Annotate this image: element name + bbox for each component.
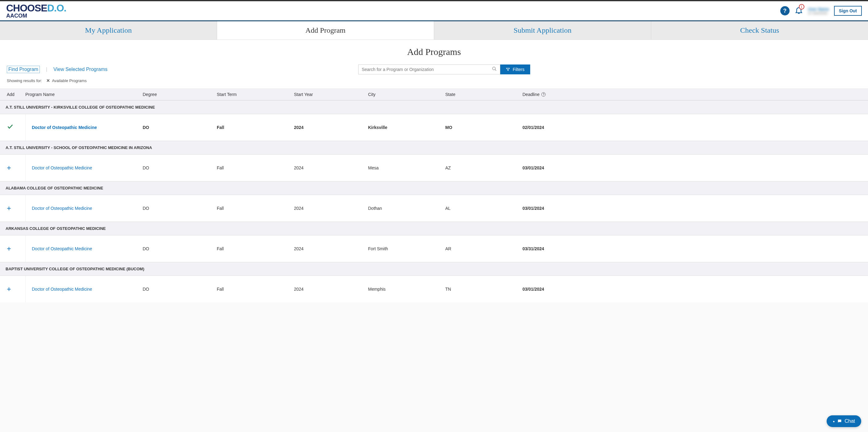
program-link[interactable]: Doctor of Osteopathic Medicine (32, 287, 92, 292)
cell-degree: DO (143, 165, 217, 170)
filter-icon (506, 67, 510, 72)
main-tabs: My Application Add Program Submit Applic… (0, 21, 868, 40)
cell-state: TN (445, 287, 523, 292)
logo[interactable]: CHOOSED.O. AACOM (6, 2, 66, 19)
user-id: ID 00000000 (808, 11, 829, 15)
cell-deadline: 02/01/2024 (523, 125, 861, 130)
program-link[interactable]: Doctor of Osteopathic Medicine (32, 125, 97, 130)
table-row: +Doctor of Osteopathic MedicineDOFall202… (0, 276, 868, 302)
program-link[interactable]: Doctor of Osteopathic Medicine (32, 165, 92, 170)
cell-city: Fort Smith (368, 246, 445, 251)
cell-term: Fall (217, 125, 294, 130)
cell-year: 2024 (294, 246, 368, 251)
cell-term: Fall (217, 287, 294, 292)
cell-city: Kirksville (368, 125, 445, 130)
table-header: Add Program Name Degree Start Term Start… (0, 89, 868, 100)
search-icon[interactable] (492, 66, 497, 72)
add-program-button[interactable]: + (7, 285, 11, 294)
col-year[interactable]: Start Year (294, 92, 368, 97)
table-row: Doctor of Osteopathic MedicineDOFall2024… (0, 114, 868, 141)
cell-degree: DO (143, 125, 217, 130)
add-program-button[interactable]: + (7, 204, 11, 212)
help-icon[interactable]: ? (541, 92, 546, 97)
notifications-icon[interactable]: 1 (795, 6, 803, 16)
cell-term: Fall (217, 165, 294, 170)
cell-deadline: 03/01/2024 (523, 287, 861, 292)
cell-state: AL (445, 206, 523, 211)
user-name: User Name (808, 7, 829, 11)
svg-point-0 (493, 67, 495, 70)
cell-degree: DO (143, 246, 217, 251)
cell-state: AZ (445, 165, 523, 170)
cell-deadline: 03/01/2024 (523, 206, 861, 211)
program-link[interactable]: Doctor of Osteopathic Medicine (32, 246, 92, 251)
col-add: Add (7, 92, 25, 97)
help-icon[interactable]: ? (780, 6, 789, 15)
page-title: Add Programs (0, 40, 868, 60)
col-name[interactable]: Program Name (25, 92, 143, 97)
table-row: +Doctor of Osteopathic MedicineDOFall202… (0, 195, 868, 222)
filters-label: Filters (513, 67, 524, 72)
cell-year: 2024 (294, 206, 368, 211)
logo-suffix: D.O. (47, 2, 66, 13)
tab-submit-application[interactable]: Submit Application (434, 21, 651, 39)
cell-term: Fall (217, 246, 294, 251)
cell-deadline: 03/01/2024 (523, 165, 861, 170)
tab-check-status[interactable]: Check Status (651, 21, 868, 39)
tab-my-application[interactable]: My Application (0, 21, 217, 39)
cell-city: Dothan (368, 206, 445, 211)
cell-state: MO (445, 125, 523, 130)
cell-city: Mesa (368, 165, 445, 170)
cell-city: Memphis (368, 287, 445, 292)
add-program-button[interactable]: + (7, 244, 11, 253)
chip-remove-icon[interactable]: ✕ (46, 78, 50, 83)
subtab-separator: | (46, 67, 47, 72)
results-label: Showing results for: (7, 78, 42, 83)
cell-degree: DO (143, 287, 217, 292)
signout-button[interactable]: Sign Out (834, 6, 862, 16)
group-header: BAPTIST UNIVERSITY COLLEGE OF OSTEOPATHI… (0, 262, 868, 276)
subtab-find-program[interactable]: Find Program (7, 66, 40, 73)
cell-state: AR (445, 246, 523, 251)
table-row: +Doctor of Osteopathic MedicineDOFall202… (0, 235, 868, 262)
subtab-view-selected[interactable]: View Selected Programs (54, 67, 107, 72)
group-header: ARKANSAS COLLEGE OF OSTEOPATHIC MEDICINE (0, 222, 868, 235)
col-term[interactable]: Start Term (217, 92, 294, 97)
col-city[interactable]: City (368, 92, 445, 97)
programs-table: Add Program Name Degree Start Term Start… (0, 89, 868, 302)
col-state[interactable]: State (445, 92, 523, 97)
results-hint: Showing results for: ✕ Available Program… (0, 76, 868, 89)
user-info[interactable]: User Name ID 00000000 (808, 7, 829, 15)
cell-term: Fall (217, 206, 294, 211)
col-deadline[interactable]: Deadline ? (523, 92, 861, 97)
svg-line-1 (495, 69, 496, 71)
col-degree[interactable]: Degree (143, 92, 217, 97)
header: CHOOSED.O. AACOM ? 1 User Name ID 000000… (0, 1, 868, 21)
cell-year: 2024 (294, 287, 368, 292)
group-header: A.T. STILL UNIVERSITY - SCHOOL OF OSTEOP… (0, 141, 868, 155)
tab-add-program[interactable]: Add Program (217, 21, 434, 39)
cell-degree: DO (143, 206, 217, 211)
controls: Find Program | View Selected Programs Fi… (0, 60, 868, 76)
logo-sub: AACOM (6, 13, 66, 19)
chip-text: Available Programs (52, 78, 87, 83)
added-check-icon[interactable] (7, 123, 13, 132)
cell-year: 2024 (294, 165, 368, 170)
search-input[interactable] (362, 67, 492, 72)
cell-deadline: 03/31/2024 (523, 246, 861, 251)
program-link[interactable]: Doctor of Osteopathic Medicine (32, 206, 92, 211)
notification-badge: 1 (799, 4, 804, 9)
group-header: A.T. STILL UNIVERSITY - KIRKSVILLE COLLE… (0, 100, 868, 114)
logo-prefix: CHOOSE (6, 2, 47, 13)
cell-year: 2024 (294, 125, 368, 130)
add-program-button[interactable]: + (7, 164, 11, 172)
group-header: ALABAMA COLLEGE OF OSTEOPATHIC MEDICINE (0, 181, 868, 195)
filters-button[interactable]: Filters (500, 65, 530, 74)
table-row: +Doctor of Osteopathic MedicineDOFall202… (0, 155, 868, 181)
search-box[interactable] (358, 65, 500, 74)
